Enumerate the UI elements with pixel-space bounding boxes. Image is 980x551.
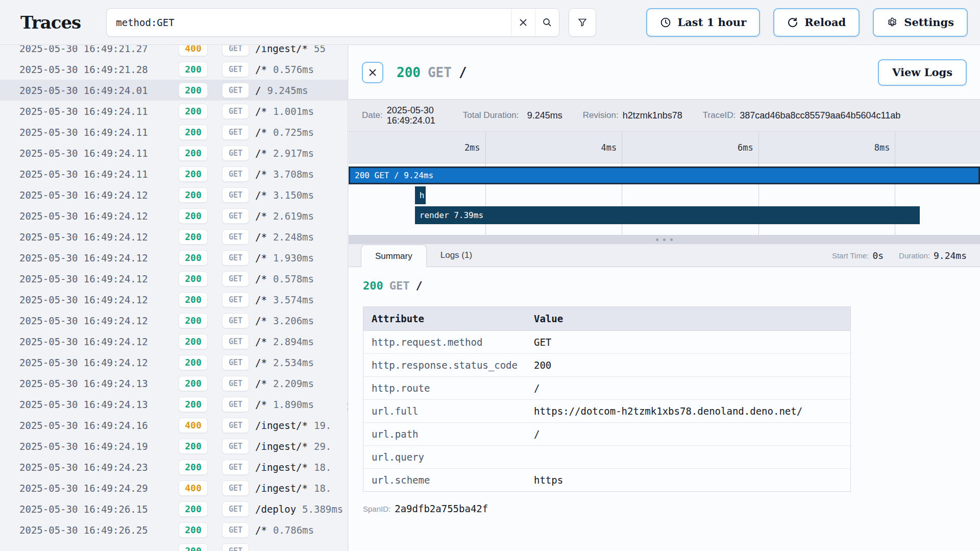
settings-button[interactable]: Settings [873, 8, 968, 37]
attributes-table: Attribute Value http.request.methodGETht… [363, 306, 851, 492]
trace-row[interactable]: 2025-05-30 16:49:21.27400GET/ingest/*55 [0, 45, 348, 59]
trace-row[interactable]: 2025-05-30 16:49:26.25200GET/*0.786ms [0, 519, 348, 540]
trace-row[interactable]: 2025-05-30 16:49:24.12200GET/*0.578ms [0, 268, 348, 289]
table-row: url.query [363, 446, 851, 469]
trace-time: 2025-05-30 16:49:24.12 [19, 315, 147, 326]
tab-logs[interactable]: Logs (1) [427, 244, 486, 267]
trace-path: /ingest/*19. [255, 420, 331, 431]
trace-path: /*1.890ms [255, 399, 314, 410]
trace-row[interactable]: 2025-05-30 16:49:24.13200GET/*2.209ms [0, 373, 348, 394]
trace-row[interactable]: 2025-05-30 16:49:24.12200GET/*1.930ms [0, 247, 348, 268]
method-badge: GET [222, 522, 249, 538]
drag-dot [670, 238, 673, 241]
trace-row[interactable]: 2025-05-30 16:49:24.11200GET/*0.725ms [0, 122, 348, 142]
trace-path: /*3.574ms [255, 294, 314, 305]
trace-duration: 2.209ms [273, 378, 314, 389]
trace-row[interactable]: 2025-05-30 16:49:24.12200GET/*3.206ms [0, 310, 348, 331]
reload-button[interactable]: Reload [773, 8, 860, 37]
meta-total-duration: Total Duration: 9.245ms [463, 110, 562, 121]
trace-row[interactable]: 200GET [0, 540, 348, 551]
close-detail-button[interactable] [362, 62, 383, 83]
timeline-resize-handle[interactable] [349, 235, 980, 244]
trace-time: 2025-05-30 16:49:24.29 [19, 483, 147, 494]
status-badge: 200 [179, 208, 208, 224]
tick-label: 2ms [464, 132, 485, 163]
tab-summary[interactable]: Summary [361, 245, 427, 267]
tick-label: 8ms [874, 132, 895, 163]
table-row: http.response.status_code200 [363, 354, 851, 377]
date-value-line1: 2025-05-30 [387, 105, 435, 115]
trace-row[interactable]: 2025-05-30 16:49:24.11200GET/*1.001ms [0, 101, 348, 122]
search-input[interactable] [107, 9, 511, 36]
trace-time: 2025-05-30 16:49:24.11 [19, 169, 147, 180]
trace-row[interactable]: 2025-05-30 16:49:24.11200GET/*2.917ms [0, 142, 348, 163]
method-badge: GET [222, 543, 249, 551]
detail-title: 200 GET / [397, 65, 467, 80]
trace-row[interactable]: 2025-05-30 16:49:24.12200GET/*2.894ms [0, 331, 348, 352]
trace-row[interactable]: 2025-05-30 16:49:26.15200GET/deploy5.389… [0, 498, 348, 519]
trace-detail-panel: 200 GET / View Logs Date: 2025-05-30 16:… [349, 45, 980, 551]
status-badge: 200 [179, 229, 208, 245]
trace-row[interactable]: 2025-05-30 16:49:24.11200GET/*3.708ms [0, 163, 348, 184]
attr-cell: url.full [363, 400, 526, 423]
method-badge: GET [222, 439, 249, 454]
trace-row[interactable]: 2025-05-30 16:49:24.12200GET/*2.248ms [0, 226, 348, 247]
status-badge: 200 [179, 104, 208, 119]
trace-path: /*1.001ms [255, 106, 314, 117]
trace-duration: 0.576ms [273, 64, 314, 75]
duration-value: 9.24ms [934, 250, 967, 261]
trace-row[interactable]: 2025-05-30 16:49:24.29400GET/ingest/*18. [0, 477, 348, 498]
summary-path: / [416, 279, 423, 292]
attr-cell: url.path [363, 423, 526, 446]
trace-duration: 2.894ms [273, 336, 314, 347]
trace-path: /9.245ms [255, 85, 308, 96]
trace-time: 2025-05-30 16:49:24.12 [19, 336, 147, 347]
status-badge: 200 [179, 83, 208, 98]
search-button[interactable] [535, 9, 559, 36]
status-badge: 200 [179, 543, 208, 551]
status-badge: 200 [179, 125, 208, 140]
trace-path: /*2.917ms [255, 148, 314, 159]
meta-trace-id: TraceID: 387cad46ba8cc85579aa64b5604c11a… [703, 110, 901, 121]
trace-duration: 9.245ms [267, 85, 308, 96]
trace-row[interactable]: 2025-05-30 16:49:24.12200GET/*3.574ms [0, 289, 348, 310]
method-badge: GET [222, 83, 249, 98]
trace-row[interactable]: 2025-05-30 16:49:24.13200GET/*1.890ms [0, 394, 348, 415]
panel-resize-handle[interactable] [347, 403, 348, 420]
attr-cell: http.request.method [363, 331, 526, 354]
trace-path: /*3.150ms [255, 189, 314, 201]
trace-row[interactable]: 2025-05-30 16:49:24.23200GET/ingest/*18. [0, 457, 348, 477]
attr-cell: url.scheme [363, 469, 526, 492]
span-bar[interactable]: 200 GET / 9.24ms [349, 166, 980, 184]
time-range-button[interactable]: Last 1 hour [646, 8, 760, 37]
clear-search-button[interactable] [511, 9, 535, 36]
status-badge: 200 [179, 146, 208, 161]
table-header-row: Attribute Value [363, 307, 851, 331]
trace-row[interactable]: 2025-05-30 16:49:24.12200GET/*3.150ms [0, 184, 348, 205]
trace-path: /ingest/*55 [255, 45, 326, 54]
trace-path: /ingest/*18. [255, 483, 331, 494]
trace-duration: 1.001ms [273, 106, 314, 117]
trace-row[interactable]: 2025-05-30 16:49:24.12200GET/*2.534ms [0, 352, 348, 373]
trace-path: /*2.248ms [255, 231, 314, 243]
trace-path: /*2.209ms [255, 378, 314, 389]
span-bar[interactable]: render 7.39ms [415, 206, 920, 224]
trace-duration: 0.725ms [273, 127, 314, 138]
status-badge: 200 [179, 522, 208, 538]
tick-label: 6ms [738, 132, 758, 163]
trace-path [255, 545, 261, 551]
attr-cell: http.route [363, 377, 526, 400]
span-bar[interactable]: h [415, 186, 426, 204]
detail-tabs: Summary Logs (1) Start Time: 0s Duration… [349, 244, 980, 267]
view-logs-button[interactable]: View Logs [878, 59, 967, 86]
method-badge: GET [222, 355, 249, 370]
filter-button[interactable] [569, 8, 596, 37]
trace-row[interactable]: 2025-05-30 16:49:24.19200GET/ingest/*29. [0, 436, 348, 457]
status-badge: 200 [179, 250, 208, 266]
trace-row[interactable]: 2025-05-30 16:49:21.28200GET/*0.576ms [0, 59, 348, 80]
trace-row[interactable]: 2025-05-30 16:49:24.12200GET/*2.619ms [0, 205, 348, 226]
gear-icon [887, 17, 898, 28]
trace-time: 2025-05-30 16:49:24.13 [19, 399, 147, 410]
trace-row[interactable]: 2025-05-30 16:49:24.01200GET/9.245ms [0, 80, 348, 101]
trace-row[interactable]: 2025-05-30 16:49:24.16400GET/ingest/*19. [0, 415, 348, 436]
